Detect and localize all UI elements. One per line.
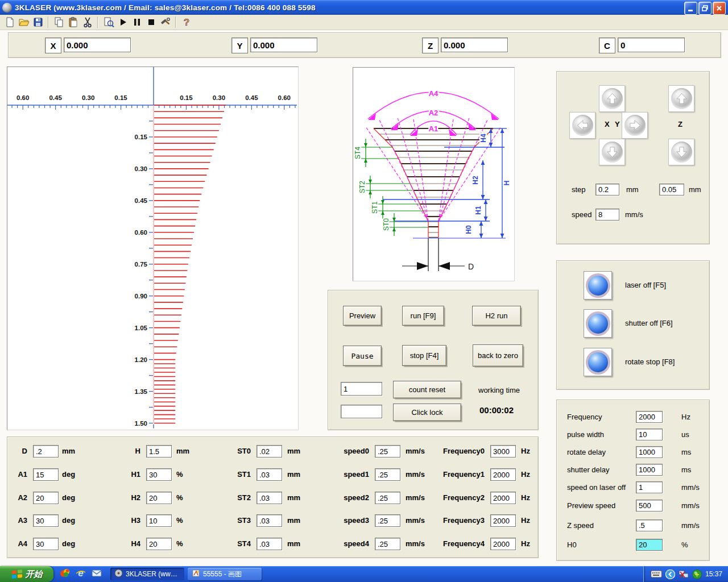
speed1-input[interactable]	[375, 468, 400, 481]
d-input[interactable]	[33, 445, 59, 458]
a1-input[interactable]	[33, 468, 59, 481]
paste-icon[interactable]	[67, 16, 80, 28]
a3-input[interactable]	[33, 514, 59, 527]
count-input[interactable]	[341, 382, 382, 396]
laser-off-f5--button[interactable]	[584, 271, 612, 300]
svg-text:0.30: 0.30	[135, 165, 147, 172]
help-icon[interactable]: ?	[180, 16, 193, 28]
network-offline-icon[interactable]	[679, 570, 689, 579]
z-down-button[interactable]	[668, 139, 694, 165]
coord-z-input[interactable]	[441, 38, 508, 52]
xy-up-button[interactable]	[599, 85, 625, 112]
preview-button[interactable]: Preview	[343, 306, 382, 326]
step-z-input[interactable]	[659, 184, 684, 196]
coord-c-label: C	[599, 38, 615, 53]
count-reset-button[interactable]: count reset	[393, 381, 461, 398]
task-button-1[interactable]: 55555 - 画图	[188, 568, 262, 580]
jog-speed-input[interactable]	[595, 209, 619, 221]
frequency0-input[interactable]	[490, 445, 516, 458]
frequency-input[interactable]	[636, 411, 663, 423]
preview-speed-input[interactable]	[636, 500, 663, 512]
xy-left-button[interactable]	[569, 112, 595, 139]
pause-icon[interactable]	[130, 16, 143, 28]
mail-icon[interactable]	[91, 567, 102, 581]
minimize-button[interactable]	[684, 2, 697, 15]
st2-input[interactable]	[257, 492, 282, 504]
pause-button[interactable]: Pause	[343, 346, 382, 366]
copy-icon[interactable]	[52, 16, 65, 28]
back-to-zero-button[interactable]: back to zero	[473, 344, 523, 367]
h1-input[interactable]	[146, 468, 172, 481]
speed0-input[interactable]	[375, 445, 400, 458]
close-button[interactable]	[713, 2, 726, 15]
svg-text:0.60: 0.60	[135, 229, 147, 236]
z-up-button[interactable]	[668, 85, 694, 112]
st0-input[interactable]	[257, 445, 282, 458]
z-speed-input[interactable]	[636, 519, 663, 531]
print-preview-icon[interactable]	[102, 16, 115, 28]
arrow-icon	[576, 119, 589, 132]
speed4-unit: mm/s	[406, 539, 425, 548]
save-icon[interactable]	[31, 16, 44, 28]
h2-run-button[interactable]: H2 run	[472, 306, 521, 326]
svg-text:0.30: 0.30	[213, 94, 225, 101]
rotate-stop-f8--button[interactable]	[584, 348, 612, 376]
st3-input[interactable]	[257, 514, 282, 527]
lock-input[interactable]	[341, 405, 382, 418]
restore-button[interactable]	[698, 2, 712, 15]
cut-icon[interactable]	[81, 16, 94, 28]
coord-x-input[interactable]	[64, 38, 131, 52]
launcher-orb-icon[interactable]	[59, 567, 71, 581]
a4-input[interactable]	[33, 538, 59, 550]
start-button[interactable]: 开始	[0, 566, 53, 582]
frequency1-input[interactable]	[490, 468, 516, 481]
frequency-unit: Hz	[681, 413, 690, 421]
internet-explorer-icon[interactable]: e	[75, 567, 86, 581]
coord-c-input[interactable]	[618, 38, 685, 52]
st1-input[interactable]	[257, 468, 282, 481]
stop-icon[interactable]	[144, 16, 158, 28]
rotate-delay-input[interactable]	[636, 446, 663, 458]
st4-input[interactable]	[257, 538, 282, 550]
run-icon[interactable]	[116, 16, 129, 28]
run-button[interactable]: run [F9]	[402, 306, 444, 326]
frequency2-input[interactable]	[490, 492, 516, 504]
status-orb-icon[interactable]	[692, 569, 702, 579]
st4-label: ST4	[197, 539, 251, 548]
step-xy-input[interactable]	[595, 184, 619, 196]
speed4-input[interactable]	[375, 538, 400, 550]
coord-y-input[interactable]	[250, 38, 317, 52]
frequency3-label: Frequency3	[431, 516, 485, 525]
app-window: 3KLASER (www.3klaser.com / Email: sales@…	[0, 0, 728, 582]
speed-on-laser-off-input[interactable]	[636, 481, 663, 493]
shutter-off-f6--button[interactable]	[584, 309, 612, 338]
speed2-input[interactable]	[375, 492, 400, 504]
speed3-input[interactable]	[375, 514, 400, 527]
frequency4-input[interactable]	[490, 538, 516, 550]
click-lock-button[interactable]: Click lock	[393, 404, 461, 421]
stop-button[interactable]: stop [F4]	[402, 345, 446, 366]
svg-text:1.20: 1.20	[135, 356, 147, 363]
a2-input[interactable]	[33, 492, 59, 504]
speed3-label: speed3	[315, 516, 369, 525]
h3-label: H3	[86, 516, 140, 525]
pulse-width-input[interactable]	[636, 429, 663, 440]
task-button-0[interactable]: 3KLASER (www.3kl...	[110, 568, 184, 580]
frequency3-input[interactable]	[490, 514, 516, 527]
frequency2-label: Frequency2	[431, 493, 485, 502]
shutter-delay-input[interactable]	[636, 464, 663, 476]
xy-down-button[interactable]	[599, 139, 625, 165]
blue-ball-icon	[586, 311, 610, 336]
open-icon[interactable]	[17, 16, 30, 28]
h0-input[interactable]	[636, 539, 663, 551]
h4-input[interactable]	[146, 538, 172, 550]
collapse-chevron-icon[interactable]	[665, 569, 675, 579]
minimize-icon	[687, 5, 694, 12]
tools-icon[interactable]	[159, 16, 172, 28]
h2-input[interactable]	[146, 492, 172, 504]
new-icon[interactable]	[3, 16, 16, 28]
h3-input[interactable]	[146, 514, 172, 527]
keyboard-icon[interactable]	[651, 570, 662, 578]
xy-right-button[interactable]	[622, 112, 648, 139]
h-input[interactable]	[146, 445, 172, 458]
